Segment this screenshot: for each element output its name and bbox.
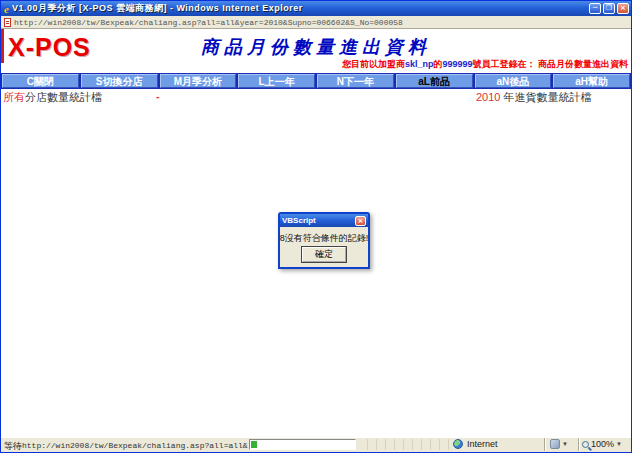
ie-logo-icon: e — [4, 3, 9, 15]
browser-window: e V1.00月季分析 [X-POS 雲端商務網] - Windows Inte… — [0, 0, 632, 453]
statusbar-separator — [578, 438, 579, 451]
dialog-title: VBScript — [282, 216, 355, 225]
subheader-dash: - — [156, 90, 160, 102]
security-zone: Internet — [453, 439, 498, 449]
close-button[interactable]: × — [617, 3, 629, 14]
zone-label: Internet — [467, 439, 498, 449]
report-subheader: 所有分店數量統計檔 - 2010 年進貨數量統計檔 — [1, 89, 631, 105]
login-status-text: 您目前以加盟商skl_np的999999號員工登錄在： 商品月份數量進出資料 — [342, 58, 628, 71]
status-panel-stripes — [359, 439, 449, 450]
status-url-text: http://win2008/tw/Bexpeak/chaliang.asp?a… — [22, 441, 248, 450]
dialog-message: 8沒有符合條件的記錄! — [280, 232, 369, 245]
report-year-text: 年進貨數量統計檔 — [500, 91, 591, 103]
dialog-body: 8沒有符合條件的記錄! 確定 — [280, 227, 368, 267]
dialog-close-button[interactable]: × — [355, 216, 366, 226]
page-favicon-icon — [4, 18, 11, 27]
zoom-level-label: 100% — [591, 439, 614, 449]
menu-help-button[interactable]: aH幫助 — [553, 74, 630, 88]
menu-close-button[interactable]: C關閉 — [2, 74, 79, 88]
magnifier-icon — [582, 441, 589, 448]
title-bar: e V1.00月季分析 [X-POS 雲端商務網] - Windows Inte… — [1, 1, 631, 16]
dialog-ok-button[interactable]: 確定 — [302, 247, 346, 262]
menu-prev-item-button[interactable]: aL前品 — [396, 74, 473, 88]
progress-bar — [249, 439, 356, 450]
vbscript-dialog: VBScript × 8沒有符合條件的記錄! 確定 — [278, 212, 370, 269]
menu-bar: C關閉 S切換分店 M月季分析 L上一年 N下一年 aL前品 aN後品 aH幫助 — [1, 73, 631, 89]
dialog-title-bar: VBScript × — [280, 214, 368, 227]
statusbar-separator — [544, 438, 545, 451]
login-agent: skl_np — [405, 59, 434, 69]
address-bar: http://win2008/tw/Bexpeak/chaliang.asp?a… — [1, 16, 631, 29]
page-header: X-POS 商品月份數量進出資料 您目前以加盟商skl_np的999999號員工… — [1, 29, 631, 73]
login-prefix: 您目前以加盟商 — [342, 59, 405, 69]
phishing-dropdown-caret[interactable]: ▼ — [562, 441, 568, 447]
minimize-button[interactable]: ─ — [589, 3, 601, 14]
status-wait-label: 等待 — [4, 440, 22, 453]
menu-month-analysis-button[interactable]: M月季分析 — [160, 74, 237, 88]
menu-next-year-button[interactable]: N下一年 — [317, 74, 394, 88]
store-scope-label: 所有分店數量統計檔 — [3, 90, 102, 105]
phishing-filter-icon — [550, 439, 560, 449]
content-area: VBScript × 8沒有符合條件的記錄! 確定 — [1, 105, 631, 436]
page-title: 商品月份數量進出資料 — [1, 35, 631, 59]
address-input[interactable]: http://win2008/tw/Bexpeak/chaliang.asp?a… — [14, 18, 403, 27]
page-body: X-POS 商品月份數量進出資料 您目前以加盟商skl_np的999999號員工… — [1, 29, 631, 436]
phishing-filter-control[interactable]: ▼ — [550, 439, 568, 449]
zoom-dropdown-caret[interactable]: ▼ — [616, 441, 622, 447]
status-bar: 等待 http://win2008/tw/Bexpeak/chaliang.as… — [1, 436, 631, 452]
login-employee: 999999 — [442, 59, 472, 69]
internet-globe-icon — [453, 439, 463, 449]
zoom-control[interactable]: 100% ▼ — [582, 439, 622, 449]
progress-chunk — [251, 441, 257, 448]
menu-next-item-button[interactable]: aN後品 — [475, 74, 552, 88]
report-year: 2010 — [476, 91, 500, 103]
year-report-label: 2010 年進貨數量統計檔 — [476, 90, 592, 105]
menu-switch-store-button[interactable]: S切換分店 — [81, 74, 158, 88]
store-scope-highlight: 所有 — [3, 91, 25, 103]
login-suffix: 號員工登錄在： 商品月份數量進出資料 — [472, 59, 628, 69]
window-title: V1.00月季分析 [X-POS 雲端商務網] - Windows Intern… — [12, 2, 585, 15]
menu-prev-year-button[interactable]: L上一年 — [238, 74, 315, 88]
store-scope-text: 分店數量統計檔 — [25, 91, 102, 103]
maximize-button[interactable]: ❒ — [603, 3, 615, 14]
window-controls: ─ ❒ × — [589, 3, 629, 14]
